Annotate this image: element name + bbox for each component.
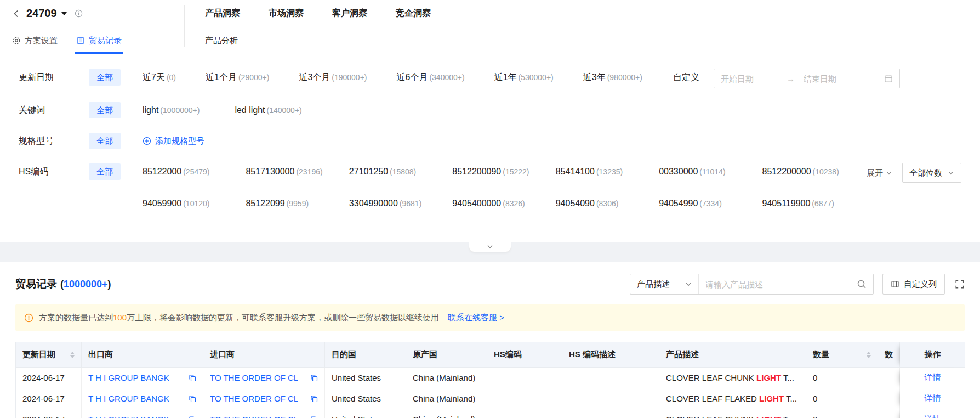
tab-plan-settings[interactable]: 方案设置 bbox=[12, 27, 58, 54]
hs-code: 85122000 bbox=[143, 167, 181, 176]
exporter-link[interactable]: T H I GROUP BANGK bbox=[88, 415, 169, 418]
records-toolbar: 产品描述 自定义列 bbox=[630, 274, 965, 295]
date-option[interactable]: 近3个月(190000+) bbox=[299, 69, 367, 86]
hs-code: 8517130000 bbox=[246, 167, 294, 176]
hs-code-option[interactable]: 00330000(11014) bbox=[659, 163, 755, 180]
add-spec-label: 添加规格型号 bbox=[155, 132, 204, 150]
product-keyword-highlight: LIGHT bbox=[759, 394, 784, 403]
importer-link[interactable]: TO THE ORDER OF CL bbox=[210, 415, 298, 418]
detail-link[interactable]: 详情 bbox=[925, 372, 941, 382]
action-cell: 详情 bbox=[900, 368, 965, 388]
plan-id[interactable]: 24709 bbox=[26, 7, 57, 20]
hs-code-option[interactable]: 8512200000(10238) bbox=[762, 163, 859, 180]
option-label: 近6个月 bbox=[397, 72, 428, 82]
table-columns-icon bbox=[891, 280, 899, 289]
option-label: 近3年 bbox=[583, 72, 606, 82]
copy-icon[interactable] bbox=[310, 416, 318, 418]
hs-code: 85414100 bbox=[556, 167, 595, 176]
keyword-option[interactable]: light(1000000+) bbox=[143, 101, 200, 119]
hs-code-option[interactable]: 94054990(7334) bbox=[659, 195, 755, 212]
back-icon[interactable] bbox=[12, 9, 21, 18]
hs-code-option[interactable]: 3304990000(9681) bbox=[349, 195, 446, 212]
caret-down-icon[interactable] bbox=[61, 12, 67, 18]
importer-link[interactable]: TO THE ORDER OF CL bbox=[210, 394, 298, 403]
calendar-icon[interactable] bbox=[884, 74, 893, 83]
collapse-filters-tab[interactable] bbox=[469, 242, 511, 252]
date-option[interactable]: 近3年(980000+) bbox=[583, 69, 642, 86]
hs-code-option[interactable]: 27101250(15808) bbox=[349, 163, 446, 180]
hs-code: 9405400000 bbox=[452, 199, 501, 208]
search-input-wrap bbox=[699, 274, 873, 294]
hs-code-option[interactable]: 8512200090(15222) bbox=[452, 163, 549, 180]
keyword-option[interactable]: led light(140000+) bbox=[235, 101, 301, 119]
hs-code-option[interactable]: 94054090(8306) bbox=[556, 195, 652, 212]
tab-market-insight[interactable]: 市场洞察 bbox=[269, 8, 304, 19]
hs-digits-select[interactable]: 全部位数 bbox=[902, 163, 961, 183]
start-date-input[interactable] bbox=[721, 74, 785, 83]
product-desc-cell: CLOVER LEAF FLAKED LIGHT T... bbox=[659, 388, 806, 409]
date-option[interactable]: 近1个月(29000+) bbox=[206, 69, 269, 86]
hs-right-controls: 展开 全部位数 bbox=[867, 163, 961, 183]
hs-count: (10120) bbox=[183, 199, 209, 208]
search-icon[interactable] bbox=[857, 279, 867, 289]
hs-code-option[interactable]: 8517130000(23196) bbox=[246, 163, 342, 180]
copy-icon[interactable] bbox=[189, 416, 196, 418]
copy-icon[interactable] bbox=[189, 374, 196, 382]
sort-icon[interactable] bbox=[70, 352, 75, 358]
detail-link[interactable]: 详情 bbox=[925, 393, 941, 403]
tab-product-analysis[interactable]: 产品分析 bbox=[205, 36, 238, 46]
warning-text-pre: 方案的数据量已达到 bbox=[39, 313, 113, 322]
hs-code: 94054090 bbox=[556, 199, 595, 208]
search-type-select[interactable]: 产品描述 bbox=[630, 274, 699, 294]
hs-code: 00330000 bbox=[659, 167, 698, 176]
hs-code-option[interactable]: 9405119900(6877) bbox=[762, 195, 859, 212]
hs-digits-value: 全部位数 bbox=[909, 168, 942, 178]
th-hs-code: HS编码 bbox=[487, 342, 562, 368]
copy-icon[interactable] bbox=[310, 374, 318, 382]
filter-all-chip[interactable]: 全部 bbox=[89, 133, 121, 149]
contact-support-link[interactable]: 联系在线客服 > bbox=[448, 313, 504, 323]
hs-code-options: 85122000(25479) 8517130000(23196) 271012… bbox=[143, 163, 859, 212]
copy-icon[interactable] bbox=[310, 395, 318, 403]
product-text: CLOVER LEAF CHUNK bbox=[666, 415, 756, 418]
tab-competitor-insight[interactable]: 竞企洞察 bbox=[396, 8, 431, 19]
hs-code-option[interactable]: 94059900(10120) bbox=[143, 195, 239, 212]
option-label: 近1年 bbox=[494, 72, 517, 82]
hs-code-option[interactable]: 85122000(25479) bbox=[143, 163, 239, 180]
tab-product-insight[interactable]: 产品洞察 bbox=[205, 8, 240, 19]
exporter-link[interactable]: T H I GROUP BANGK bbox=[88, 394, 169, 403]
custom-date-label[interactable]: 自定义 bbox=[673, 69, 699, 86]
date-range-picker[interactable]: → bbox=[714, 69, 900, 88]
hs-count: (23196) bbox=[296, 167, 322, 176]
expand-toggle[interactable]: 展开 bbox=[867, 163, 892, 183]
search-input[interactable] bbox=[705, 280, 857, 289]
copy-icon[interactable] bbox=[189, 395, 196, 403]
tab-trade-records[interactable]: 贸易记录 bbox=[76, 27, 122, 54]
custom-columns-button[interactable]: 自定义列 bbox=[882, 274, 945, 295]
filter-all-chip[interactable]: 全部 bbox=[89, 69, 121, 86]
date-options: 近7天(0) 近1个月(29000+) 近3个月(190000+) 近6个月(3… bbox=[143, 69, 642, 86]
importer-link[interactable]: TO THE ORDER OF CL bbox=[210, 373, 298, 382]
hs-code: 8512200090 bbox=[452, 167, 501, 176]
hs-code-option[interactable]: 9405400000(8326) bbox=[452, 195, 549, 212]
exporter-link[interactable]: T H I GROUP BANGK bbox=[88, 373, 169, 382]
quantity-cell: 0 bbox=[806, 409, 878, 418]
detail-link[interactable]: 详情 bbox=[925, 414, 941, 418]
hs-code-option[interactable]: 85414100(13235) bbox=[556, 163, 652, 180]
filter-label: 更新日期 bbox=[19, 69, 89, 86]
end-date-input[interactable] bbox=[804, 74, 868, 83]
tab-customer-insight[interactable]: 客户洞察 bbox=[332, 8, 367, 19]
filter-all-chip[interactable]: 全部 bbox=[89, 163, 121, 180]
info-icon[interactable] bbox=[75, 9, 83, 18]
filter-all-chip[interactable]: 全部 bbox=[89, 102, 121, 118]
th-label: 原产国 bbox=[413, 349, 437, 359]
product-desc-cell: CLOVER LEAF CHUNK LIGHT T... bbox=[659, 409, 806, 418]
sort-icon[interactable] bbox=[867, 352, 871, 358]
date-option[interactable]: 近1年(530000+) bbox=[494, 69, 554, 86]
fullscreen-icon[interactable] bbox=[955, 279, 965, 289]
tab-trade-records-label: 贸易记录 bbox=[89, 36, 122, 46]
hs-code-option[interactable]: 85122099(9959) bbox=[246, 195, 342, 212]
date-option[interactable]: 近6个月(340000+) bbox=[397, 69, 465, 86]
add-spec-button[interactable]: 添加规格型号 bbox=[143, 132, 204, 150]
date-option[interactable]: 近7天(0) bbox=[143, 69, 176, 86]
